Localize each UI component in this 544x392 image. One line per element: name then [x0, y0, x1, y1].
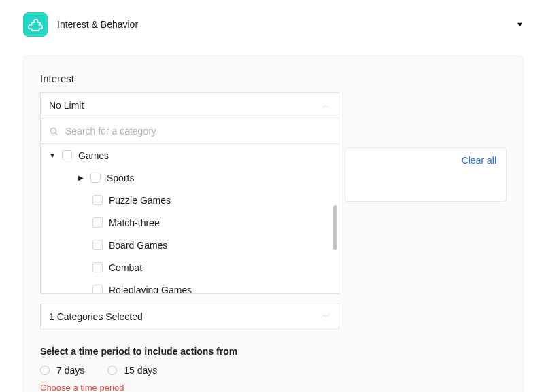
selected-summary[interactable]: 1 Categories Selected ﹀: [40, 304, 339, 329]
tree-label: Match-three: [109, 217, 160, 228]
interest-label: Interest: [40, 73, 507, 84]
time-period-error: Choose a time period: [40, 382, 507, 392]
checkbox[interactable]: [92, 262, 103, 272]
category-tree: ▼ Games ▶ Sports Puzzle Games Match-thre…: [40, 144, 339, 294]
checkbox[interactable]: [92, 285, 103, 294]
selected-summary-text: 1 Categories Selected: [49, 311, 143, 322]
tree-label: Sports: [107, 173, 134, 183]
chevron-down-icon[interactable]: ▼: [516, 20, 524, 29]
section-header[interactable]: Interest & Behavior ▼: [8, 12, 524, 37]
interest-dropdown-wrap: No Limit ︿ ▼ Games ▶ Sports: [40, 92, 339, 329]
svg-line-1: [56, 132, 58, 135]
interest-panel: Interest No Limit ︿ ▼ Games ▶: [23, 56, 524, 392]
radio-15-days[interactable]: 15 days: [107, 365, 157, 376]
category-search-row: [40, 118, 339, 144]
checkbox[interactable]: [92, 240, 103, 250]
tree-row-board[interactable]: Board Games: [41, 234, 339, 256]
tree-label: Board Games: [109, 240, 167, 251]
tree-label: Combat: [109, 262, 142, 273]
tree-label: Games: [78, 150, 109, 161]
search-icon: [49, 126, 58, 136]
tree-label: Puzzle Games: [109, 195, 171, 206]
selection-pane: Clear all: [345, 147, 507, 202]
scrollbar-thumb[interactable]: [333, 205, 337, 250]
checkbox[interactable]: [92, 195, 103, 205]
checkbox[interactable]: [90, 173, 101, 183]
tree-row-games[interactable]: ▼ Games: [41, 144, 339, 166]
radio-label: 7 days: [56, 365, 84, 376]
radio-label: 15 days: [124, 365, 157, 376]
tree-row-combat[interactable]: Combat: [41, 256, 339, 279]
section-title: Interest & Behavior: [57, 19, 507, 30]
interest-limit-value: No Limit: [49, 100, 84, 111]
tree-row-sports[interactable]: ▶ Sports: [41, 166, 339, 189]
caret-down-icon[interactable]: ▼: [49, 152, 56, 159]
chevron-up-icon: ︿: [322, 100, 330, 111]
tree-label: Roleplaying Games: [109, 285, 192, 295]
puzzle-piece-icon: [23, 12, 48, 37]
checkbox[interactable]: [92, 217, 103, 228]
chevron-down-icon: ﹀: [322, 311, 330, 323]
category-search-input[interactable]: [64, 125, 330, 137]
tree-row-matchthree[interactable]: Match-three: [41, 211, 339, 234]
radio-button[interactable]: [40, 366, 50, 375]
radio-7-days[interactable]: 7 days: [40, 365, 84, 376]
clear-all-link[interactable]: Clear all: [355, 155, 496, 166]
caret-right-icon[interactable]: ▶: [78, 174, 84, 181]
checkbox[interactable]: [62, 150, 72, 160]
interest-limit-select[interactable]: No Limit ︿: [40, 92, 339, 118]
svg-point-0: [50, 128, 56, 133]
time-period-radios: 7 days 15 days: [40, 365, 507, 376]
radio-button[interactable]: [107, 366, 117, 375]
time-period-label: Select a time period to include actions …: [40, 346, 507, 357]
tree-row-rpg[interactable]: Roleplaying Games: [41, 279, 339, 294]
tree-row-puzzle[interactable]: Puzzle Games: [41, 189, 339, 211]
